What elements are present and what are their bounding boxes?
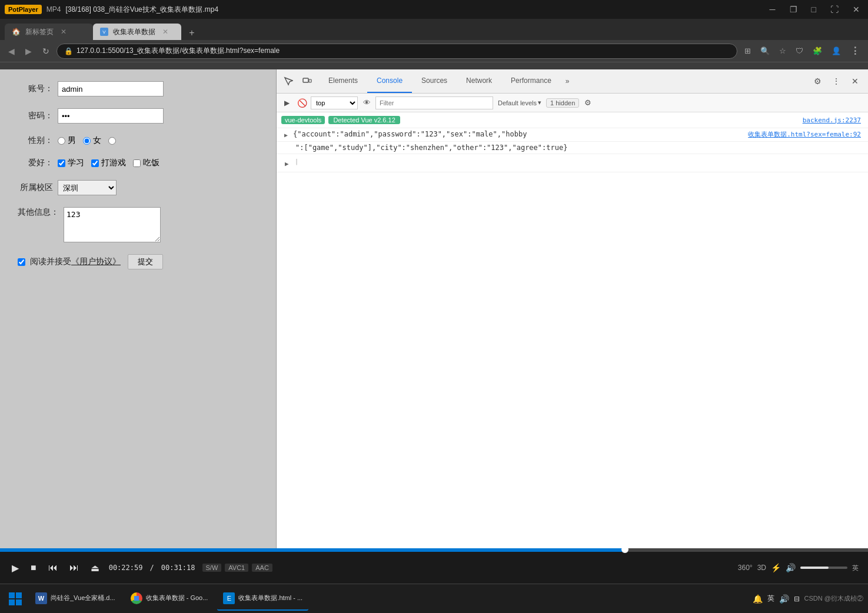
progress-thumb	[621, 546, 628, 553]
refresh-button[interactable]: ↻	[39, 44, 53, 58]
volume-taskbar-icon[interactable]: 🔊	[779, 594, 789, 604]
svg-rect-2	[9, 592, 15, 598]
json-source-link[interactable]: 收集表单数据.html?sex=female:92	[748, 130, 863, 139]
city-select[interactable]: 北京 上海 深圳 武汉	[58, 180, 117, 195]
hobby-game-checkbox[interactable]	[91, 159, 99, 167]
more-tabs-button[interactable]: »	[561, 72, 574, 90]
lock-icon: 🔒	[64, 47, 73, 55]
gender-row: 性别： 男 女	[18, 135, 258, 146]
expand-icon[interactable]: ▶	[281, 130, 291, 139]
progress-bar-container[interactable]	[0, 548, 868, 552]
play-button[interactable]: ▶	[9, 560, 21, 576]
tab-elements[interactable]: Elements	[319, 69, 367, 93]
inspect-element-button[interactable]	[280, 73, 297, 89]
minimize-button[interactable]: ─	[766, 4, 779, 15]
custom-formatters-button[interactable]: 👁	[360, 96, 373, 109]
prev-button[interactable]: ⏮	[46, 560, 60, 575]
lang-indicator: 英	[852, 564, 859, 572]
city-label: 所属校区	[18, 182, 53, 193]
vue-devtools-line: vue-devtools Detected Vue v2.6.12 backen…	[277, 112, 868, 128]
close-button[interactable]: ✕	[849, 4, 863, 15]
other-textarea[interactable]: 123	[64, 207, 161, 242]
threed-icon[interactable]: 3D	[757, 564, 766, 572]
new-tab-button[interactable]: +	[184, 26, 200, 40]
device-toolbar-button[interactable]	[299, 73, 315, 89]
puzzle-icon[interactable]: 🧩	[809, 44, 826, 58]
hobby-eat-checkbox[interactable]	[133, 159, 141, 167]
tab-console[interactable]: Console	[367, 69, 412, 93]
context-selector[interactable]: top	[311, 96, 358, 109]
back-button[interactable]: ◀	[5, 44, 18, 58]
log-levels-dropdown[interactable]: Default levels ▾	[495, 99, 544, 106]
user-agreement-link[interactable]: 《用户协议》	[71, 256, 121, 266]
tab-newtab[interactable]: 🏠 新标签页 ✕	[5, 24, 93, 40]
gender-male: 男	[58, 135, 76, 146]
tab-network[interactable]: Network	[457, 69, 501, 93]
eject-button[interactable]: ⏏	[88, 560, 102, 576]
title-bar-left: PotPlayer MP4 [38/168] 038_尚硅谷Vue技术_收集表单…	[5, 5, 218, 15]
password-input[interactable]	[58, 108, 164, 124]
gender-male-radio[interactable]	[58, 137, 65, 145]
gender-male-label: 男	[68, 135, 76, 146]
run-button[interactable]: ▶	[280, 96, 293, 109]
notification-icon[interactable]: 🔔	[753, 594, 763, 604]
tab-bar: 🏠 新标签页 ✕ V 收集表单数据 ✕ +	[0, 19, 868, 40]
bookmark-icon[interactable]: ☆	[776, 44, 790, 58]
console-input-line: ▶ |	[277, 154, 868, 172]
tab-close-newtab[interactable]: ✕	[61, 28, 66, 36]
address-bar[interactable]: 🔒 127.0.0.1:5500/13_收集表单数据/收集表单数据.html?s…	[56, 44, 737, 59]
hobby-eat-label: 吃饭	[143, 158, 159, 168]
profile-icon[interactable]: 👤	[828, 44, 844, 58]
submit-button[interactable]: 提交	[128, 254, 163, 269]
next-button[interactable]: ⏭	[67, 560, 81, 575]
svg-rect-0	[303, 78, 308, 82]
zoom-icon[interactable]: 🔍	[757, 44, 773, 58]
menu-icon[interactable]: ⋮	[847, 43, 863, 59]
media-tags: S/W AVC1 AAC	[202, 564, 272, 572]
tab-label-newtab: 新标签页	[25, 27, 54, 37]
settings-button[interactable]: ⚙	[809, 73, 826, 89]
tab-close-form[interactable]: ✕	[162, 28, 168, 36]
volume-bar[interactable]	[800, 567, 847, 569]
agree-checkbox[interactable]	[18, 258, 25, 266]
taskbar-chrome[interactable]: 收集表单数据 - Goo...	[125, 587, 214, 611]
fullscreen-button[interactable]: ⛶	[827, 4, 842, 15]
extensions-icon[interactable]: ⊞	[741, 44, 754, 58]
tab-performance[interactable]: Performance	[501, 69, 561, 93]
start-button[interactable]	[5, 588, 26, 609]
tab-sources[interactable]: Sources	[412, 69, 457, 93]
shield-icon[interactable]: 🛡	[792, 44, 807, 58]
effects-icon[interactable]: ⚡	[771, 563, 781, 572]
stop-button[interactable]: ■	[28, 560, 39, 575]
keyboard-icon: 英	[767, 594, 774, 604]
vue-source-link[interactable]: backend.js:2237	[803, 116, 863, 124]
gender-female-radio[interactable]	[83, 137, 91, 145]
degree-icon[interactable]: 360°	[738, 564, 753, 572]
title-bar-controls: ─ ❐ □ ⛶ ✕	[766, 4, 863, 15]
network-taskbar-icon[interactable]: ⊟	[794, 595, 800, 603]
hobby-game-label: 打游戏	[101, 158, 126, 168]
taskbar-vscode[interactable]: E 收集表单数据.html - ...	[217, 587, 308, 611]
account-row: 账号：	[18, 81, 258, 96]
title-filename: [38/168] 038_尚硅谷Vue技术_收集表单数据.mp4	[65, 5, 218, 15]
agree-label-text: 阅读并接受	[30, 256, 71, 266]
gender-other-radio[interactable]	[108, 137, 116, 145]
clear-button[interactable]: 🚫	[295, 96, 308, 109]
console-filter-input[interactable]	[375, 96, 493, 109]
json-text-line1: {"account":"admin","password":"123","sex…	[293, 130, 527, 138]
tab-form[interactable]: V 收集表单数据 ✕	[93, 24, 181, 40]
taskbar-word[interactable]: W 尚硅谷_Vue全家桶.d...	[29, 587, 121, 611]
restore-button[interactable]: ❐	[786, 4, 801, 15]
customize-button[interactable]: ⋮	[828, 73, 844, 89]
gender-female: 女	[83, 135, 101, 146]
maximize-button[interactable]: □	[808, 4, 820, 15]
other-label: 其他信息：	[18, 207, 59, 218]
hobby-study-checkbox[interactable]	[58, 159, 65, 167]
account-input[interactable]	[58, 81, 164, 96]
forward-button[interactable]: ▶	[22, 44, 35, 58]
console-settings-button[interactable]: ⚙	[581, 96, 594, 109]
devtools-tabs: Elements Console Sources Network Perform…	[319, 69, 809, 93]
hobby-eat: 吃饭	[133, 158, 159, 168]
close-devtools-button[interactable]: ✕	[847, 73, 863, 89]
password-row: 密码：	[18, 108, 258, 124]
